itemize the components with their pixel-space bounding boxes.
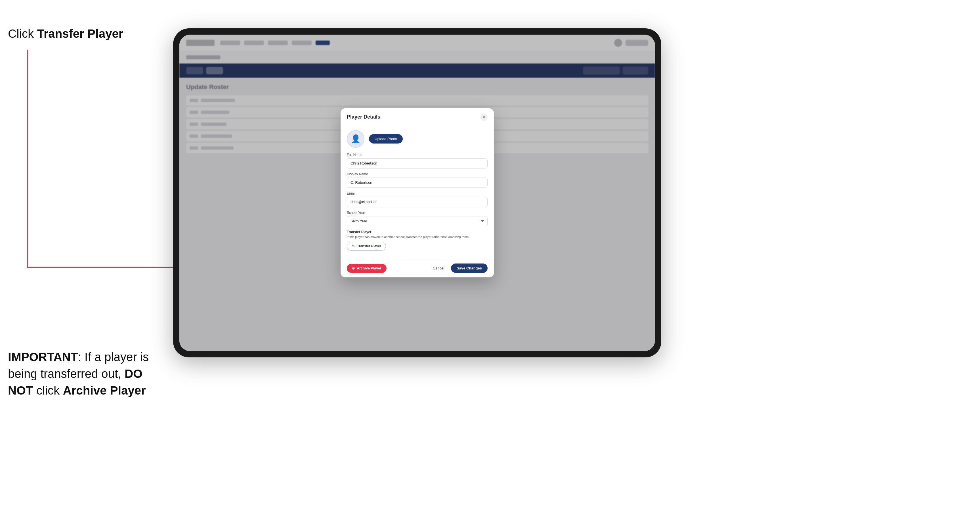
modal-close-button[interactable]: × [480, 113, 488, 121]
app-background: Update Roster [179, 35, 655, 351]
email-group: Email [347, 192, 488, 207]
transfer-player-button[interactable]: ⟳ Transfer Player [347, 242, 386, 251]
instruction-bold: Transfer Player [37, 27, 124, 40]
school-year-group: School Year Sixth Year [347, 211, 488, 226]
player-avatar: 👤 [347, 130, 364, 148]
full-name-label: Full Name [347, 153, 488, 157]
important-bold: IMPORTANT [8, 350, 78, 364]
transfer-section-title: Transfer Player [347, 230, 488, 234]
annotation-vertical-line [27, 50, 28, 268]
tablet-device: Update Roster [173, 29, 661, 357]
modal-footer: ⊘ Archive Player Cancel Save Changes [340, 260, 494, 278]
full-name-group: Full Name [347, 153, 488, 168]
transfer-player-section: Transfer Player If this player has moved… [347, 230, 488, 251]
display-name-group: Display Name [347, 172, 488, 188]
archive-player-button[interactable]: ⊘ Archive Player [347, 264, 387, 273]
avatar-section: 👤 Upload Photo [347, 130, 488, 148]
instruction-bottom: IMPORTANT: If a player is being transfer… [8, 349, 161, 399]
cancel-button[interactable]: Cancel [430, 264, 447, 273]
modal-title: Player Details [347, 114, 380, 120]
email-input[interactable] [347, 197, 488, 207]
archive-button-label: Archive Player [357, 266, 382, 270]
tablet-screen: Update Roster [179, 35, 655, 351]
player-details-modal: Player Details × 👤 Upload Photo [340, 108, 494, 278]
transfer-section-description: If this player has moved to another scho… [347, 235, 488, 239]
transfer-button-label: Transfer Player [357, 244, 381, 248]
school-year-select[interactable]: Sixth Year [347, 216, 488, 226]
upload-photo-button[interactable]: Upload Photo [369, 134, 403, 143]
display-name-input[interactable] [347, 178, 488, 188]
transfer-icon: ⟳ [352, 244, 355, 248]
instruction-top: Click Transfer Player [8, 27, 123, 41]
display-name-label: Display Name [347, 172, 488, 176]
school-year-label: School Year [347, 211, 488, 215]
archive-bold: Archive Player [63, 384, 146, 397]
email-label: Email [347, 192, 488, 195]
instruction-prefix: Click [8, 27, 37, 40]
full-name-input[interactable] [347, 158, 488, 168]
save-changes-button[interactable]: Save Changes [451, 264, 488, 273]
do-not-rest: click [33, 384, 63, 397]
modal-header: Player Details × [340, 108, 494, 125]
archive-icon: ⊘ [352, 266, 355, 270]
person-icon: 👤 [351, 134, 361, 143]
modal-overlay: Player Details × 👤 Upload Photo [179, 35, 655, 351]
modal-body: 👤 Upload Photo Full Name Display Name [340, 125, 494, 260]
